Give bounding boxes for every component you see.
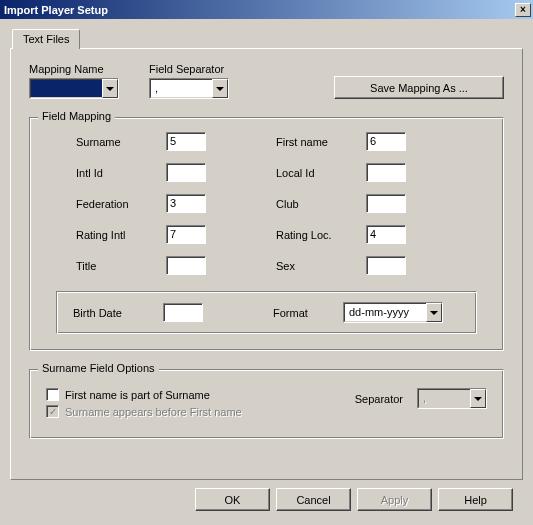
titlebar: Import Player Setup × [0,0,533,19]
surname-label: Surname [76,136,166,148]
surname-options-group: Surname Field Options First name is part… [29,369,504,439]
field-separator-value: , [150,79,212,98]
ok-button[interactable]: OK [195,488,270,511]
surname-separator-label: Separator [355,393,403,405]
field-mapping-group: Field Mapping Surname 5 First name 6 Int… [29,117,504,351]
appears-before-checkbox: ✓ [46,405,59,418]
appears-before-label: Surname appears before First name [65,406,242,418]
first-name-label: First name [276,136,366,148]
birth-date-field[interactable] [163,303,203,322]
mapping-name-dropdown[interactable] [29,78,119,99]
rating-intl-label: Rating Intl [76,229,166,241]
dialog-buttons: OK Cancel Apply Help [10,480,523,511]
surname-field[interactable]: 5 [166,132,206,151]
top-row: Mapping Name Field Separator , Save Mapp… [29,63,504,99]
save-mapping-as-button[interactable]: Save Mapping As ... [334,76,504,99]
first-name-field[interactable]: 6 [366,132,406,151]
surname-options-title: Surname Field Options [38,362,159,374]
club-label: Club [276,198,366,210]
surname-separator-dropdown[interactable]: , [417,388,487,409]
local-id-field[interactable] [366,163,406,182]
intl-id-label: Intl Id [76,167,166,179]
rating-loc-label: Rating Loc. [276,229,366,241]
rating-intl-field[interactable]: 7 [166,225,206,244]
mapping-name-label: Mapping Name [29,63,119,75]
chevron-down-icon[interactable] [212,79,228,98]
federation-field[interactable]: 3 [166,194,206,213]
federation-label: Federation [76,198,166,210]
format-value: dd-mm-yyyy [344,303,426,322]
birth-date-label: Birth Date [73,307,163,319]
birth-date-row: Birth Date Format dd-mm-yyyy [56,291,477,334]
rating-loc-field[interactable]: 4 [366,225,406,244]
tab-panel: Mapping Name Field Separator , Save Mapp… [10,48,523,480]
part-of-surname-label: First name is part of Surname [65,389,210,401]
window-body: Text Files Mapping Name Field Separator … [0,19,533,521]
sex-field[interactable] [366,256,406,275]
surname-separator-value: , [418,389,470,408]
field-grid: Surname 5 First name 6 Intl Id Local Id … [46,132,487,275]
apply-button[interactable]: Apply [357,488,432,511]
help-button[interactable]: Help [438,488,513,511]
window-title: Import Player Setup [4,4,513,16]
tab-text-files[interactable]: Text Files [12,29,80,49]
sex-label: Sex [276,260,366,272]
format-dropdown[interactable]: dd-mm-yyyy [343,302,443,323]
title-field[interactable] [166,256,206,275]
tabstrip: Text Files [10,27,523,48]
chevron-down-icon[interactable] [426,303,442,322]
field-separator-dropdown[interactable]: , [149,78,229,99]
chevron-down-icon[interactable] [102,79,118,98]
intl-id-field[interactable] [166,163,206,182]
part-of-surname-checkbox[interactable] [46,388,59,401]
title-label: Title [76,260,166,272]
field-mapping-title: Field Mapping [38,110,115,122]
cancel-button[interactable]: Cancel [276,488,351,511]
chevron-down-icon[interactable] [470,389,486,408]
mapping-name-value [30,79,102,98]
tab-label: Text Files [23,33,69,45]
field-separator-label: Field Separator [149,63,229,75]
club-field[interactable] [366,194,406,213]
local-id-label: Local Id [276,167,366,179]
close-icon[interactable]: × [515,3,531,17]
format-label: Format [273,307,343,319]
